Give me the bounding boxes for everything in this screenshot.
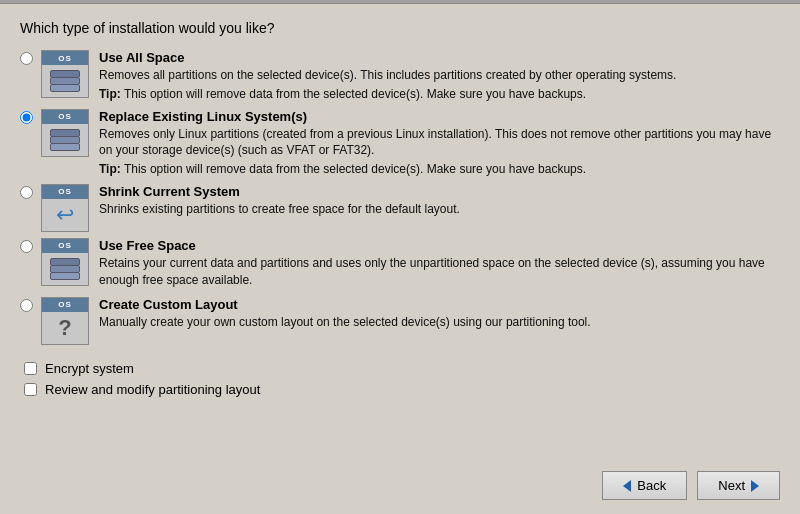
option-desc-create-custom: Manually create your own custom layout o… <box>99 314 780 331</box>
option-use-all-space: OS Use All Space Removes all partitions … <box>20 50 780 103</box>
back-label: Back <box>637 478 666 493</box>
icon-replace-existing: OS <box>41 109 89 157</box>
back-arrow-icon <box>623 480 631 492</box>
checkbox-review[interactable] <box>24 383 37 396</box>
radio-replace-existing[interactable] <box>20 111 33 124</box>
option-use-free-space: OS Use Free Space Retains your current d… <box>20 238 780 291</box>
checkboxes-section: Encrypt system Review and modify partiti… <box>24 361 780 397</box>
option-title-use-all-space: Use All Space <box>99 50 780 65</box>
option-title-use-free-space: Use Free Space <box>99 238 780 253</box>
option-title-create-custom: Create Custom Layout <box>99 297 780 312</box>
checkbox-encrypt-row: Encrypt system <box>24 361 780 376</box>
option-replace-existing: OS Replace Existing Linux System(s) Remo… <box>20 109 780 178</box>
next-label: Next <box>718 478 745 493</box>
option-desc-replace-existing: Removes only Linux partitions (created f… <box>99 126 780 160</box>
radio-create-custom[interactable] <box>20 299 33 312</box>
question-mark-icon: ? <box>58 315 71 341</box>
option-content-shrink-current: Shrink Current System Shrinks existing p… <box>99 184 780 220</box>
option-desc-use-all-space: Removes all partitions on the selected d… <box>99 67 780 84</box>
option-content-use-all-space: Use All Space Removes all partitions on … <box>99 50 780 103</box>
option-desc-use-free-space: Retains your current data and partitions… <box>99 255 780 289</box>
option-title-shrink-current: Shrink Current System <box>99 184 780 199</box>
icon-create-custom: OS ? <box>41 297 89 345</box>
option-shrink-current: OS ↩ Shrink Current System Shrinks exist… <box>20 184 780 232</box>
checkbox-review-label: Review and modify partitioning layout <box>45 382 260 397</box>
option-desc-shrink-current: Shrinks existing partitions to create fr… <box>99 201 780 218</box>
option-content-replace-existing: Replace Existing Linux System(s) Removes… <box>99 109 780 178</box>
page-question: Which type of installation would you lik… <box>20 20 780 36</box>
next-arrow-icon <box>751 480 759 492</box>
icon-shrink-current: OS ↩ <box>41 184 89 232</box>
option-content-create-custom: Create Custom Layout Manually create you… <box>99 297 780 333</box>
radio-use-all-space[interactable] <box>20 52 33 65</box>
radio-shrink-current[interactable] <box>20 186 33 199</box>
option-tip-use-all-space: Tip: This option will remove data from t… <box>99 86 780 103</box>
option-title-replace-existing: Replace Existing Linux System(s) <box>99 109 780 124</box>
checkbox-review-row: Review and modify partitioning layout <box>24 382 780 397</box>
option-tip-replace-existing: Tip: This option will remove data from t… <box>99 161 780 178</box>
option-create-custom: OS ? Create Custom Layout Manually creat… <box>20 297 780 345</box>
checkbox-encrypt-label: Encrypt system <box>45 361 134 376</box>
next-button[interactable]: Next <box>697 471 780 500</box>
radio-use-free-space[interactable] <box>20 240 33 253</box>
footer-buttons: Back Next <box>602 471 780 500</box>
icon-use-all-space: OS <box>41 50 89 98</box>
checkbox-encrypt[interactable] <box>24 362 37 375</box>
shrink-arrow-icon: ↩ <box>56 202 74 228</box>
icon-use-free-space: OS <box>41 238 89 286</box>
option-content-use-free-space: Use Free Space Retains your current data… <box>99 238 780 291</box>
back-button[interactable]: Back <box>602 471 687 500</box>
